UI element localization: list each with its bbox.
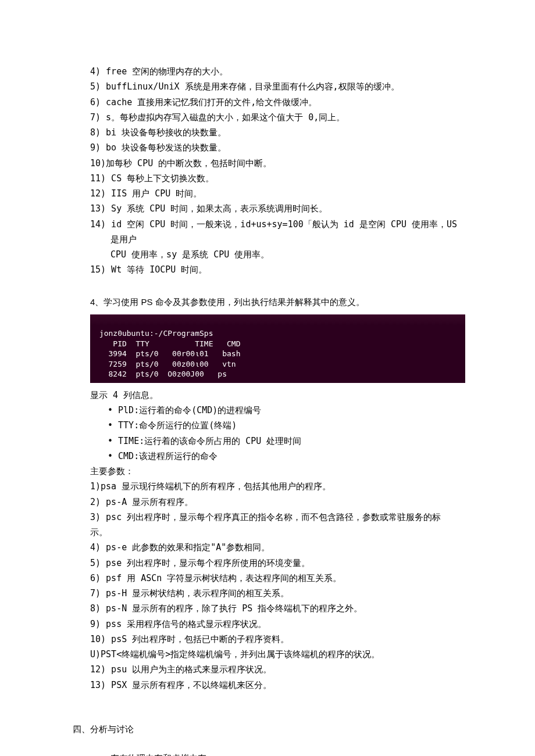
bullet-list: • PlD:运行着的命令(CMD)的进程编号 • TTY:命令所运行的位置(终端… xyxy=(90,403,465,464)
list-item: 13) PSX 显示所有程序，不以终端机来区分。 xyxy=(90,678,465,693)
intro-line: 显示 4 列信息。 xyxy=(90,388,465,403)
list-item: 10) psS 列出程序时，包括已中断的子程序资料。 xyxy=(90,632,465,647)
terminal-prompt: jonz0ubuntu:-/CProgramSps xyxy=(95,328,461,339)
list-item: 5) buffLinux/UniX 系统是用来存储，目录里面有什么内容,权限等的… xyxy=(90,79,465,94)
list-item: 1)psa 显示现行终端机下的所有程序，包括其他用户的程序。 xyxy=(90,479,465,494)
list-item: 10)加每秒 CPU 的中断次数，包括时间中断。 xyxy=(90,156,465,171)
list-item: 15) Wt 等待 IOCPU 时间。 xyxy=(90,262,465,277)
params-heading: 主要参数： xyxy=(90,464,465,479)
list-item: 6) cache 直接用来记忆我们打开的文件,给文件做缓冲。 xyxy=(90,95,465,110)
list-item: 12) IIS 用户 CPU 时间。 xyxy=(90,186,465,201)
terminal-row: 3994 pts/0 00r00ι01 bash xyxy=(95,349,461,359)
list-item: 5) pse 列出程序时，显示每个程序所使用的环境变量。 xyxy=(90,556,465,571)
terminal-row: 8242 pts/0 O0z00J00 ps xyxy=(95,369,461,379)
section-heading: 4、学习使用 PS 命令及其参数使用，列出执行结果并解释其中的意义。 xyxy=(90,294,465,310)
terminal-output: jonz0ubuntu:-/CProgramSps PID TTY TIME C… xyxy=(90,314,465,383)
terminal-row: 7259 pts/0 00z00ι00 vtn xyxy=(95,359,461,370)
list-item-continuation: CPU 使用率，sy 是系统 CPU 使用率。 xyxy=(90,247,465,262)
list-item: 7) ps-H 显示树状结构，表示程序间的相互关系。 xyxy=(90,586,465,601)
list-item: 12) psu 以用户为主的格式来显示程序状况。 xyxy=(90,662,465,677)
list-item: 13) Sy 系统 CPU 时间，如果太高，表示系统调用时间长。 xyxy=(90,201,465,216)
list-item: 11) CS 每秒上下文切换次数。 xyxy=(90,171,465,186)
list-item: 7) s。每秒虚拟内存写入磁盘的大小，如果这个值大于 0,同上。 xyxy=(90,110,465,125)
list-item: 8) bi 块设备每秒接收的块数量。 xyxy=(90,125,465,140)
document-page: 4) free 空闲的物理内存的大小。 5) buffLinux/UniX 系统… xyxy=(0,0,535,756)
list-item: 14) id 空闲 CPU 时间，一般来说，id+us+sy=100「般认为 i… xyxy=(90,217,465,248)
list-item: 2) ps-A 显示所有程序。 xyxy=(90,495,465,510)
list-item: U)PST<终端机编号>指定终端机编号，并列出属于该终端机的程序的状况。 xyxy=(90,647,465,662)
terminal-header: PID TTY TIME CMD xyxy=(95,339,461,349)
conclusion-body: 存在物理内存和虚拟内存： xyxy=(90,751,465,756)
conclusion-heading: 四、分析与讨论 xyxy=(73,722,465,737)
list-item: 3) psc 列出程序时，显示每个程序真正的指令名称，而不包含路径，参数或常驻服… xyxy=(90,510,465,525)
bullet-item: • CMD:该进程所运行的命令 xyxy=(90,449,465,464)
bullet-item: • TTY:命令所运行的位置(终端) xyxy=(90,418,465,433)
list-item: 4) ps-e 此参数的效果和指定"A"参数相同。 xyxy=(90,540,465,555)
list-item: 8) ps-N 显示所有的程序，除了执行 PS 指令终端机下的程序之外。 xyxy=(90,601,465,616)
list-item: 9) pss 采用程序信号的格式显示程序状况。 xyxy=(90,617,465,632)
list-item-continuation: 示。 xyxy=(90,525,465,540)
list-item: 4) free 空闲的物理内存的大小。 xyxy=(90,64,465,79)
list-item: 6) psf 用 ASCn 字符显示树状结构，表达程序间的相互关系。 xyxy=(90,571,465,586)
bullet-item: • TIME:运行着的该命令所占用的 CPU 处理时间 xyxy=(90,433,465,449)
params-list: 1)psa 显示现行终端机下的所有程序，包括其他用户的程序。 2) ps-A 显… xyxy=(90,479,465,693)
ordered-list-top: 4) free 空闲的物理内存的大小。 5) buffLinux/UniX 系统… xyxy=(90,64,465,278)
list-item: 9) bo 块设备每秒发送的块数量。 xyxy=(90,140,465,155)
bullet-item: • PlD:运行着的命令(CMD)的进程编号 xyxy=(90,403,465,418)
